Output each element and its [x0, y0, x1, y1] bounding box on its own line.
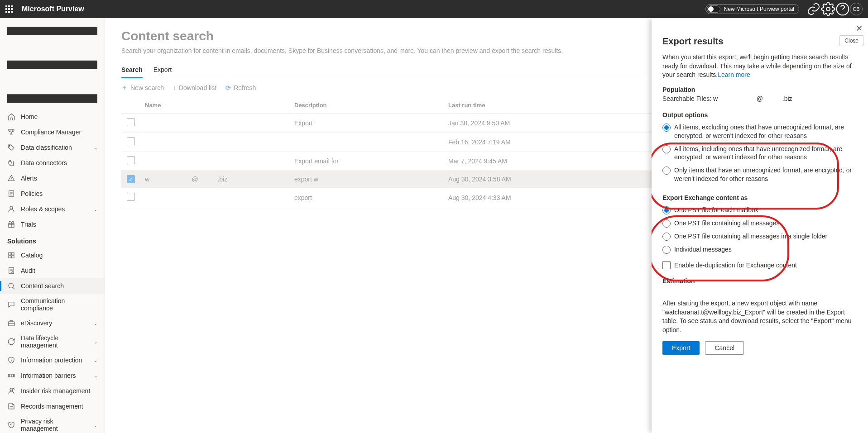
shield-icon [7, 356, 15, 364]
nav-item-home[interactable]: Home [0, 109, 105, 124]
app-launcher-icon[interactable] [5, 5, 13, 13]
nav-item-data-classification[interactable]: Data classification⌄ [0, 140, 105, 155]
learn-more-link[interactable]: Learn more [718, 71, 750, 78]
output-option-radio-0[interactable] [662, 124, 671, 132]
nav-label: Information protection [21, 357, 82, 364]
exchange-option-label: Individual messages [674, 245, 732, 254]
row-checkbox[interactable] [127, 193, 135, 201]
close-tooltip: Close [839, 35, 863, 46]
grid-icon [7, 251, 15, 259]
svg-rect-8 [9, 256, 11, 258]
export-results-panel: ✕ Close Export results When you start th… [652, 18, 868, 433]
nav-label: Insider risk management [21, 387, 90, 395]
cell-description: export [294, 194, 448, 201]
estimation-title: Estimation [662, 277, 857, 285]
sidebar: HomeCompliance ManagerData classificatio… [0, 18, 105, 433]
help-icon[interactable] [835, 2, 850, 16]
nav-label: Alerts [21, 175, 37, 182]
exchange-option-label: One PST file containing all messages [674, 219, 779, 228]
toggle-switch[interactable] [707, 5, 720, 13]
exchange-option-radio-0[interactable] [662, 206, 671, 214]
refresh-button[interactable]: ⟳Refresh [225, 84, 256, 91]
nav-item-compliance-manager[interactable]: Compliance Manager [0, 124, 105, 140]
panel-title: Export results [662, 36, 857, 47]
exchange-option-label: One PST file for each mailbox [674, 206, 758, 214]
row-checkbox[interactable]: ✓ [127, 175, 135, 183]
tag-icon [7, 143, 15, 152]
exchange-option-radio-1[interactable] [662, 219, 671, 228]
nav-label: Privacy risk management [21, 418, 88, 432]
svg-point-15 [10, 388, 13, 391]
row-checkbox[interactable] [127, 137, 135, 145]
nav-item-information-protection[interactable]: Information protection⌄ [0, 352, 105, 368]
nav-label: Trials [21, 221, 36, 228]
plus-icon: ＋ [121, 84, 128, 92]
nav-item-data-connectors[interactable]: Data connectors [0, 155, 105, 171]
nav-label: Information barriers [21, 372, 76, 379]
nav-label: Communication compliance [21, 297, 97, 312]
exchange-option-radio-2[interactable] [662, 233, 671, 241]
svg-rect-9 [12, 256, 14, 258]
close-icon[interactable]: ✕ [856, 24, 863, 33]
chevron-down-icon: ⌄ [94, 373, 97, 378]
hamburger-icon[interactable] [0, 22, 105, 109]
exchange-option-label: One PST file containing all messages in … [674, 232, 827, 241]
nav-item-ediscovery[interactable]: eDiscovery⌄ [0, 315, 105, 331]
cell-description: Export [294, 119, 448, 127]
exchange-option-radio-3[interactable] [662, 246, 671, 254]
trophy-icon [7, 128, 15, 136]
portal-toggle[interactable]: New Microsoft Purview portal [705, 4, 799, 14]
output-option-radio-1[interactable] [662, 145, 671, 153]
row-checkbox[interactable] [127, 118, 135, 126]
output-option-label: All items, including ones that have unre… [674, 145, 857, 162]
nav-item-catalog[interactable]: Catalog [0, 247, 105, 263]
footer-note: After starting the export, a new export … [662, 299, 857, 334]
svg-point-11 [12, 271, 13, 273]
nav-item-communication-compliance[interactable]: Communication compliance [0, 294, 105, 315]
cell-description: Export email for [294, 157, 448, 165]
nav-item-alerts[interactable]: Alerts [0, 171, 105, 186]
nav-item-trials[interactable]: Trials [0, 217, 105, 232]
exchange-title: Export Exchange content as [662, 194, 857, 201]
link-icon[interactable] [806, 2, 821, 16]
header-description[interactable]: Description [294, 102, 448, 109]
download-list-button[interactable]: ↓Download list [173, 84, 216, 91]
nav-label: Data lifecycle management [21, 334, 88, 349]
row-checkbox[interactable] [127, 156, 135, 164]
chat-icon [7, 300, 15, 309]
nav-item-data-lifecycle-management[interactable]: Data lifecycle management⌄ [0, 331, 105, 352]
nav-item-policies[interactable]: Policies [0, 186, 105, 201]
nav-item-records-management[interactable]: Records management [0, 399, 105, 414]
toggle-label: New Microsoft Purview portal [724, 6, 794, 12]
nav-label: Home [21, 113, 38, 120]
nav-label: Content search [21, 282, 64, 290]
output-options-title: Output options [662, 111, 857, 119]
nav-item-privacy-risk-management[interactable]: Privacy risk management⌄ [0, 414, 105, 433]
app-title: Microsoft Purview [22, 5, 84, 13]
nav-item-content-search[interactable]: Content search [0, 278, 105, 294]
header-name[interactable]: Name [145, 102, 294, 109]
nav-label: Roles & scopes [21, 205, 65, 213]
new-search-button[interactable]: ＋New search [121, 84, 164, 92]
gift-icon [7, 220, 15, 228]
audit-icon [7, 266, 15, 275]
dedup-checkbox[interactable] [662, 261, 671, 269]
nav-item-insider-risk-management[interactable]: Insider risk management [0, 383, 105, 399]
svg-point-2 [9, 145, 10, 146]
nav-item-roles-scopes[interactable]: Roles & scopes⌄ [0, 201, 105, 217]
tab-search[interactable]: Search [121, 62, 143, 78]
nav-item-audit[interactable]: Audit [0, 263, 105, 278]
panel-intro: When you start this export, we'll begin … [662, 53, 857, 80]
nav-label: eDiscovery [21, 319, 52, 327]
alert-icon [7, 174, 15, 182]
tab-export[interactable]: Export [153, 62, 172, 78]
user-avatar[interactable]: CB [850, 3, 863, 15]
chevron-down-icon: ⌄ [94, 207, 97, 212]
nav-item-information-barriers[interactable]: Information barriers⌄ [0, 368, 105, 383]
svg-point-0 [826, 7, 830, 11]
output-option-radio-2[interactable] [662, 167, 671, 175]
svg-rect-7 [12, 252, 14, 255]
settings-icon[interactable] [821, 2, 835, 16]
export-button[interactable]: Export [662, 341, 700, 355]
cancel-button[interactable]: Cancel [705, 341, 744, 355]
